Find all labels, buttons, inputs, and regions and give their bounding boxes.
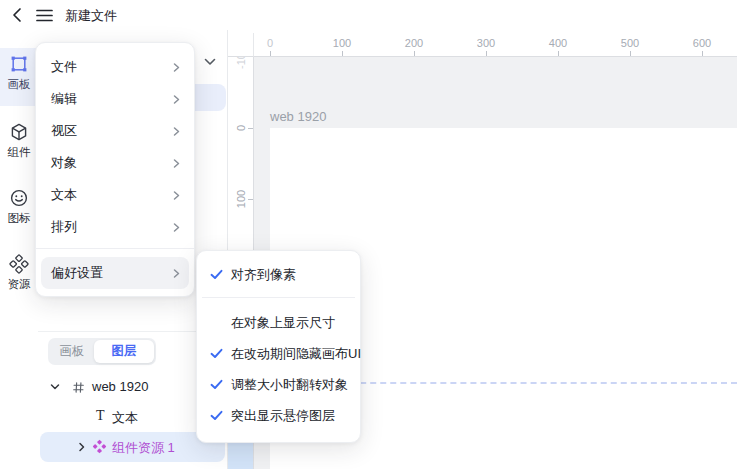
expand-chevron-down-icon[interactable] — [50, 382, 60, 392]
chevron-right-icon — [171, 158, 182, 169]
menu-item-file[interactable]: 文件 — [41, 51, 189, 83]
submenu-item-show-dimensions[interactable]: 在对象上显示尺寸 — [202, 307, 355, 338]
chevron-down-icon — [203, 55, 217, 69]
chevron-right-icon — [171, 126, 182, 137]
layer-label: web 1920 — [92, 379, 148, 394]
menu-item-object[interactable]: 对象 — [41, 147, 189, 179]
file-title: 新建文件 — [65, 7, 117, 25]
component-icon — [92, 439, 107, 454]
layer-label: 组件资源 1 — [112, 439, 175, 457]
submenu-separator — [202, 297, 355, 298]
sidebar-item-components[interactable]: 组件 — [0, 116, 38, 174]
menu-item-edit[interactable]: 编辑 — [41, 83, 189, 115]
submenu-item-snap-to-pixel[interactable]: 对齐到像素 — [202, 259, 355, 290]
artboard-label[interactable]: web 1920 — [270, 109, 326, 124]
preferences-submenu: 对齐到像素 在对象上显示尺寸 在改动期间隐藏画布UI 调整大小时翻转对象 突出显… — [196, 250, 361, 443]
expand-chevron-right-icon[interactable] — [77, 442, 87, 452]
menu-item-arrange[interactable]: 排列 — [41, 211, 189, 243]
top-bar: 新建文件 — [0, 0, 737, 30]
cube-icon — [9, 122, 29, 142]
chevron-right-icon — [171, 190, 182, 201]
tab-artboard[interactable]: 画板 — [50, 340, 94, 363]
main-menu: 文件 编辑 视区 对象 文本 排列 偏好设置 — [35, 42, 195, 297]
diamonds-icon — [9, 254, 29, 274]
artboard-icon — [9, 54, 29, 74]
submenu-item-flip-on-resize[interactable]: 调整大小时翻转对象 — [202, 369, 355, 400]
tab-layers[interactable]: 图层 — [94, 340, 154, 363]
submenu-item-hide-canvas-ui[interactable]: 在改动期间隐藏画布UI — [202, 338, 355, 369]
menu-item-viewport[interactable]: 视区 — [41, 115, 189, 147]
menu-item-preferences[interactable]: 偏好设置 — [41, 257, 189, 289]
menu-separator — [36, 248, 194, 249]
check-icon — [210, 268, 224, 281]
tool-sidebar: 画板 组件 图标 资源 — [0, 30, 38, 469]
frame-icon — [72, 381, 85, 394]
back-button[interactable] — [6, 6, 26, 24]
text-layer-icon: T — [96, 408, 105, 424]
main-menu-button[interactable] — [34, 6, 54, 24]
submenu-item-highlight-hover-layer[interactable]: 突出显示悬停图层 — [202, 400, 355, 431]
chevron-right-icon — [171, 62, 182, 73]
sidebar-item-resources[interactable]: 资源 — [0, 248, 38, 306]
check-icon — [210, 347, 224, 360]
layer-label: 文本 — [112, 409, 138, 427]
check-icon — [210, 409, 224, 422]
hamburger-icon — [36, 9, 53, 22]
ruler-corner — [228, 33, 254, 57]
chevron-right-icon — [171, 94, 182, 105]
chevron-left-icon — [11, 7, 22, 23]
menu-item-text[interactable]: 文本 — [41, 179, 189, 211]
horizontal-ruler: 0 100 200 300 400 500 600 — [228, 33, 737, 57]
chevron-right-icon — [171, 268, 182, 279]
sidebar-item-icons[interactable]: 图标 — [0, 182, 38, 240]
check-icon — [210, 378, 224, 391]
chevron-right-icon — [171, 222, 182, 233]
panel-tabbar: 画板 图层 — [48, 338, 156, 365]
smiley-icon — [9, 188, 29, 208]
section-collapse-button[interactable] — [202, 54, 218, 70]
sidebar-item-artboard[interactable]: 画板 — [0, 48, 38, 106]
